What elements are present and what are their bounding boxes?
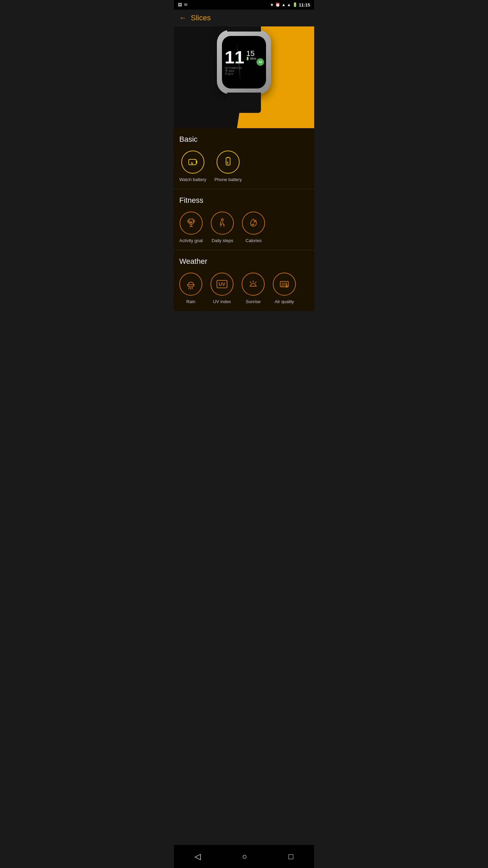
svg-rect-3: [227, 157, 229, 158]
watch-battery-item[interactable]: Watch battery: [179, 151, 206, 182]
status-left-icons: 🖼 ✉: [178, 2, 187, 7]
weather-sun-icon: ☀: [225, 73, 227, 76]
bottom-nav: ◁ ○ □: [174, 845, 314, 868]
fire-svg: [248, 218, 259, 229]
uv-label: UV index: [213, 299, 231, 304]
sunrise-label: Sunrise: [246, 299, 261, 304]
top-bar: ← Slices: [174, 9, 314, 26]
watch-battery-pct: 95%: [250, 57, 256, 60]
phone-battery-icon-circle: [217, 151, 240, 174]
status-time: 11:15: [299, 2, 310, 7]
watch-body: 11 15 🔋 95% OCTOBER 01 📱 93% ☀ 55°F: [217, 30, 271, 94]
activity-goal-icon-circle: [180, 212, 203, 235]
daily-steps-icon-circle: [211, 212, 234, 235]
svg-rect-18: [287, 285, 288, 286]
rain-icon-circle: [179, 273, 202, 296]
phone-battery-label: Phone battery: [215, 177, 242, 182]
aqi-svg: [279, 279, 290, 290]
watch-screen: 11 15 🔋 95% OCTOBER 01 📱 93% ☀ 55°F: [222, 36, 266, 88]
back-button[interactable]: ←: [179, 14, 187, 22]
svg-point-6: [221, 219, 223, 221]
watch-steps-badge: 48: [257, 58, 264, 66]
svg-rect-1: [196, 161, 197, 163]
fitness-section: Fitness Activity goal: [174, 189, 314, 250]
basic-items-row: Watch battery Phone battery: [179, 151, 309, 182]
watch-phone-pct-value: 93%: [229, 70, 234, 73]
sunrise-item[interactable]: Sunrise: [242, 273, 265, 304]
watch-battery-icon-circle: [181, 151, 204, 174]
nav-recent-button[interactable]: □: [280, 849, 302, 864]
watch-battery-svg: [187, 157, 198, 167]
watch-date: OCTOBER 01: [225, 66, 263, 70]
phone-battery-item[interactable]: Phone battery: [215, 151, 242, 182]
wifi-icon: ▲: [282, 2, 286, 7]
photo-icon: 🖼: [178, 2, 182, 7]
activity-goal-label: Activity goal: [179, 238, 203, 243]
rain-svg: [185, 279, 196, 290]
watch-minute: 15: [246, 50, 257, 57]
daily-steps-item[interactable]: Daily steps: [211, 212, 234, 243]
uv-item[interactable]: UV UV index: [210, 273, 233, 304]
watch-container: 11 15 🔋 95% OCTOBER 01 📱 93% ☀ 55°F: [217, 30, 271, 94]
fitness-items-row: Activity goal Daily steps: [179, 212, 309, 243]
svg-line-7: [189, 288, 189, 289]
watch-battery-icon: 🔋 95%: [246, 57, 257, 60]
aqi-item[interactable]: Air quality: [273, 273, 296, 304]
status-bar: 🖼 ✉ ★ ⏰ ▲ ▲ 🔋 11:15: [174, 0, 314, 9]
daily-steps-label: Daily steps: [212, 238, 233, 243]
nav-back-button[interactable]: ◁: [186, 849, 209, 864]
watch-screen-content: 11 15 🔋 95% OCTOBER 01 📱 93% ☀ 55°F: [222, 36, 266, 88]
rain-item[interactable]: Rain: [179, 273, 202, 304]
hero-section: 11 15 🔋 95% OCTOBER 01 📱 93% ☀ 55°F: [174, 26, 314, 128]
weather-items-row: Rain UV UV index Sunrise: [179, 273, 309, 304]
calories-icon-circle: [242, 212, 265, 235]
signal-icon: ▲: [287, 2, 291, 7]
calories-label: Calories: [246, 238, 262, 243]
uv-text: UV: [217, 280, 227, 288]
mail-icon: ✉: [184, 2, 187, 7]
basic-section: Basic Watch battery Phone battery: [174, 128, 314, 189]
alarm-icon: ⏰: [275, 2, 280, 7]
svg-line-11: [250, 282, 251, 283]
phone-battery-svg: [223, 157, 233, 167]
weather-section-title: Weather: [179, 257, 309, 266]
phone-icon: 📱: [225, 70, 228, 73]
basic-section-title: Basic: [179, 135, 309, 144]
activity-goal-item[interactable]: Activity goal: [179, 212, 203, 243]
aqi-label: Air quality: [274, 299, 294, 304]
weather-section: Weather Rain UV UV index: [174, 250, 314, 311]
watch-temp: 55°F: [228, 73, 233, 76]
bluetooth-icon: ★: [270, 2, 274, 7]
battery-icon: 🔋: [292, 2, 298, 7]
rain-label: Rain: [186, 299, 196, 304]
svg-line-9: [192, 288, 192, 289]
bottom-spacer: [174, 311, 314, 331]
sunrise-svg: [248, 279, 259, 290]
sunrise-icon-circle: [242, 273, 265, 296]
trophy-svg: [186, 218, 197, 229]
uv-icon-circle: UV: [210, 273, 233, 296]
watch-weather-row: ☀ 55°F: [225, 73, 263, 76]
svg-line-8: [190, 288, 191, 289]
walk-svg: [217, 218, 228, 229]
watch-phone-row: 📱 93%: [225, 70, 263, 73]
watch-battery-label: Watch battery: [179, 177, 206, 182]
calories-item[interactable]: Calories: [242, 212, 265, 243]
page-title: Slices: [191, 14, 211, 22]
svg-line-12: [255, 282, 256, 283]
watch-hour: 11: [225, 48, 244, 66]
nav-home-button[interactable]: ○: [234, 849, 255, 864]
aqi-icon-circle: [273, 273, 296, 296]
fitness-section-title: Fitness: [179, 196, 309, 205]
svg-rect-2: [226, 158, 230, 165]
status-right-icons: ★ ⏰ ▲ ▲ 🔋 11:15: [270, 2, 310, 7]
